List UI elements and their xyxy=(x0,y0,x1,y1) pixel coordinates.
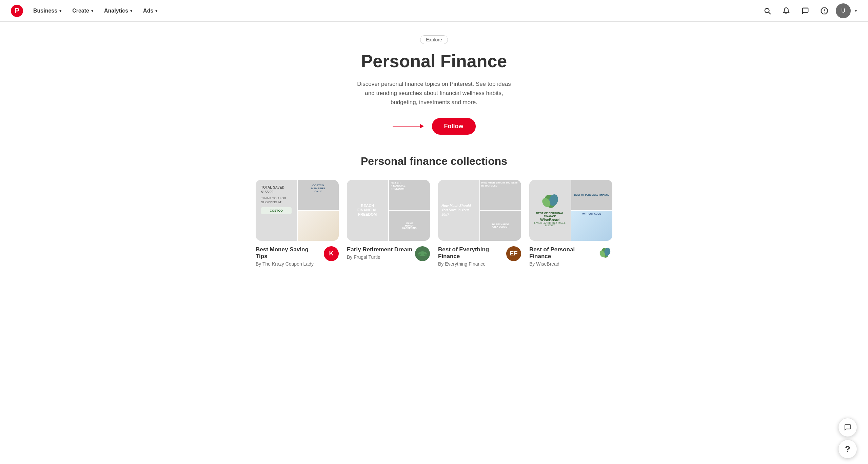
collection-images-1: TOTAL SAVED $155.95 THANK YOU FOR SHOPPI… xyxy=(256,180,339,241)
nav-business[interactable]: Business ▾ xyxy=(28,5,66,17)
nav-left: P Business ▾ Create ▾ Analytics ▾ Ads ▾ xyxy=(11,5,162,17)
collection-card-3[interactable]: How Much Should You Save in Your 30s? Ho… xyxy=(438,180,521,267)
follow-button[interactable]: Follow xyxy=(432,118,476,135)
hero-description: Discover personal finance topics on Pint… xyxy=(353,79,515,107)
nav-ads[interactable]: Ads ▾ xyxy=(138,5,162,17)
collection-card-2[interactable]: REACHFINANCIALFREEDOM REACHFINANCIALFREE… xyxy=(347,180,430,267)
collections-title: Personal finance collections xyxy=(256,155,612,168)
hero-section: Explore Personal Finance Discover person… xyxy=(256,35,612,135)
collection-title-2: Early Retirement Dream xyxy=(347,246,412,253)
business-chevron-icon: ▾ xyxy=(59,8,61,13)
main-content: Explore Personal Finance Discover person… xyxy=(248,22,620,294)
collection-img-sm-3b: TO RECHARGEON A BUDGET xyxy=(480,211,521,241)
collection-info-2: Early Retirement Dream By Frugal Turtle xyxy=(347,246,430,261)
svg-line-1 xyxy=(769,12,770,14)
pinterest-logo[interactable]: P xyxy=(11,5,23,17)
collection-info-3: Best of Everything Finance By Everything… xyxy=(438,246,521,267)
nav-analytics[interactable]: Analytics ▾ xyxy=(99,5,137,17)
collection-info-1: Best Money Saving Tips By The Krazy Coup… xyxy=(256,246,339,267)
alert-icon[interactable] xyxy=(817,3,832,18)
nav-menu: Business ▾ Create ▾ Analytics ▾ Ads ▾ xyxy=(28,5,162,17)
collection-card-4[interactable]: BEST OF PERSONAL FINANCE WiseBread LIVIN… xyxy=(529,180,612,267)
collection-avatar-1: K xyxy=(324,246,339,261)
follow-area: Follow xyxy=(256,118,612,135)
user-avatar[interactable]: U xyxy=(836,3,851,18)
collection-avatar-2 xyxy=(415,246,430,261)
follow-arrow xyxy=(393,124,424,129)
collection-author-2: By Frugal Turtle xyxy=(347,254,412,260)
analytics-chevron-icon: ▾ xyxy=(130,8,132,13)
collection-card-1[interactable]: TOTAL SAVED $155.95 THANK YOU FOR SHOPPI… xyxy=(256,180,339,267)
collection-text-4: Best of Personal Finance By WiseBread xyxy=(529,246,595,267)
ads-chevron-icon: ▾ xyxy=(155,8,157,13)
collection-author-1: By The Krazy Coupon Lady xyxy=(256,261,321,267)
collection-img-main-3: How Much Should You Save in Your 30s? xyxy=(438,180,479,241)
collection-img-sm-2a: REACHFINANCIALFREEDOM xyxy=(389,180,430,210)
collection-img-sm-4a: BEST OF PERSONAL FINANCE xyxy=(571,180,613,210)
message-icon[interactable] xyxy=(798,3,813,18)
main-nav: P Business ▾ Create ▾ Analytics ▾ Ads ▾ xyxy=(0,0,868,22)
collection-text-1: Best Money Saving Tips By The Krazy Coup… xyxy=(256,246,321,267)
collection-avatar-3: EF xyxy=(506,246,521,261)
collection-img-sm-4b: WITHOUT A JOB xyxy=(571,211,613,241)
nav-create[interactable]: Create ▾ xyxy=(67,5,98,17)
collection-title-4: Best of Personal Finance xyxy=(529,246,595,260)
collection-img-sm-3a: How Much Should You Save in Your 30s? xyxy=(480,180,521,210)
account-dropdown-icon[interactable]: ▾ xyxy=(855,8,857,13)
collection-info-4: Best of Personal Finance By WiseBread xyxy=(529,246,612,267)
create-chevron-icon: ▾ xyxy=(91,8,93,13)
collection-images-4: BEST OF PERSONAL FINANCE WiseBread LIVIN… xyxy=(529,180,612,241)
collection-title-1: Best Money Saving Tips xyxy=(256,246,321,260)
collection-text-3: Best of Everything Finance By Everything… xyxy=(438,246,504,267)
page-title: Personal Finance xyxy=(256,51,612,71)
arrow-shaft xyxy=(393,126,420,127)
collection-img-sm-2b: MAKEMONEYGARDENING xyxy=(389,211,430,241)
collection-img-main-1: TOTAL SAVED $155.95 THANK YOU FOR SHOPPI… xyxy=(256,180,297,241)
search-icon[interactable] xyxy=(760,3,775,18)
collection-images-2: REACHFINANCIALFREEDOM REACHFINANCIALFREE… xyxy=(347,180,430,241)
collection-author-4: By WiseBread xyxy=(529,261,595,267)
collection-img-main-2: REACHFINANCIALFREEDOM xyxy=(347,180,388,241)
arrow-head-icon xyxy=(420,124,424,129)
collections-grid: TOTAL SAVED $155.95 THANK YOU FOR SHOPPI… xyxy=(256,180,612,267)
explore-badge[interactable]: Explore xyxy=(420,35,448,44)
collection-text-2: Early Retirement Dream By Frugal Turtle xyxy=(347,246,412,260)
collection-avatar-4 xyxy=(597,246,612,261)
notification-bell-icon[interactable] xyxy=(779,3,794,18)
collection-title-3: Best of Everything Finance xyxy=(438,246,504,260)
nav-right: U ▾ xyxy=(760,3,857,18)
collection-author-3: By Everything Finance xyxy=(438,261,504,267)
collection-img-main-4: BEST OF PERSONAL FINANCE WiseBread LIVIN… xyxy=(529,180,571,241)
collection-images-3: How Much Should You Save in Your 30s? Ho… xyxy=(438,180,521,241)
collection-img-sm-1a: COSTCOMEMBERSONLY xyxy=(298,180,339,210)
collection-img-sm-1b xyxy=(298,211,339,241)
collections-section: Personal finance collections TOTAL SAVED… xyxy=(256,155,612,267)
